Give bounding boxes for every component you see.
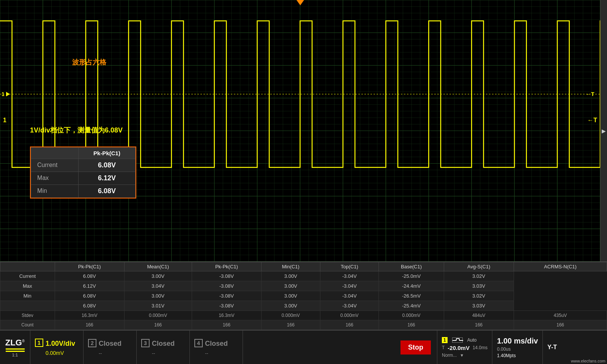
channel-1-value: 1.00V/div (46, 340, 75, 348)
stop-button[interactable]: Stop (400, 340, 431, 355)
stdev-value: 16.3mV (192, 311, 261, 320)
channel-2-sub: -- (99, 350, 102, 356)
cell-value: 3.02V (444, 291, 514, 301)
cell-value: -26.5mV (379, 291, 444, 301)
normal-label: Norm... (442, 353, 457, 358)
scroll-arrow[interactable]: ▶ (602, 128, 606, 134)
cell-value: -3.04V (320, 271, 379, 281)
watermark: www.elecfans.com (571, 359, 605, 363)
waveform-annotation-1: 波形占六格 (72, 58, 106, 67)
count-value: 166 (320, 320, 379, 330)
status-bar: ZLG® 1:1 1 1.00V/div 0.00mV 2 Closed -- (0, 330, 607, 364)
cell-value: -3.04V (320, 301, 379, 311)
cell-value: 3.00V (124, 271, 192, 281)
cell-value: -3.04V (320, 291, 379, 301)
waveform-container[interactable]: 1 ←T 波形占六格 1V/div档位下，测量值为6.08V Pk-Pk(C1)… (0, 0, 600, 262)
memory-value: 1.40Mpts (497, 353, 516, 358)
popup-header: Pk-Pk(C1) (78, 147, 135, 159)
cell-value: 3.00V (261, 281, 320, 291)
stdev-value: 484uV (444, 311, 514, 320)
table-row: Min 6.08V 3.00V -3.08V 3.00V -3.04V -26.… (0, 291, 607, 301)
trigger-level-value: -20.0mV (448, 345, 470, 351)
channel-1-block[interactable]: 1 1.00V/div 0.00mV (30, 331, 84, 364)
cell-value: -3.08V (192, 291, 261, 301)
channel-4-block[interactable]: 4 Closed -- (190, 331, 243, 364)
cell-value: 3.03V (444, 301, 514, 311)
count-value: 166 (192, 320, 261, 330)
cell-value: 3.00V (261, 301, 320, 311)
cell-value: -3.08V (192, 281, 261, 291)
cell-value: -24.4mV (379, 281, 444, 291)
cell-value: -25.4mV (379, 301, 444, 311)
channel-1-sub: 0.00mV (46, 350, 64, 356)
measurement-table: Pk-Pk(C1) Mean(C1) Pk-Pk(C1) Min(C1) Top… (0, 262, 607, 330)
col-header-acrms: ACRMS-N(C1) (514, 262, 607, 271)
cell-value: 6.08V (55, 291, 124, 301)
stop-block: Stop (394, 331, 437, 364)
row-label: Current (0, 271, 55, 281)
trigger-channel-badge: 1 (442, 337, 448, 343)
cell-value: -3.08V (192, 271, 261, 281)
col-header-base: Base(C1) (379, 262, 444, 271)
stdev-value: 0.000mV (320, 311, 379, 320)
stdev-value: 0.000mV (124, 311, 192, 320)
col-header-pkpk2: Pk-Pk(C1) (192, 262, 261, 271)
popup-max-value: 6.12V (78, 172, 135, 184)
popup-min-label: Min (31, 184, 79, 197)
cell-value: 3.01V (124, 301, 192, 311)
channel-3-block[interactable]: 3 Closed -- (137, 331, 190, 364)
cell-value: -3.08V (192, 301, 261, 311)
logo-area: ZLG® 1:1 (0, 331, 30, 364)
trigger-level-label: T (442, 345, 445, 350)
col-header-avgs: Avg-S(C1) (444, 262, 514, 271)
logo-line-bottom (6, 351, 25, 352)
table-row: 6.08V 3.01V -3.08V 3.00V -3.04V -25.4mV … (0, 301, 607, 311)
stdev-row: Stdev 16.3mV 0.000mV 16.3mV 0.000mV 0.00… (0, 311, 607, 320)
oscilloscope-display: 1 ←T 波形占六格 1V/div档位下，测量值为6.08V Pk-Pk(C1)… (0, 0, 607, 262)
row-label: Min (0, 291, 55, 301)
cell-value: 3.03V (444, 281, 514, 291)
popup-current-label: Current (31, 159, 79, 172)
stdev-value: 0.000mV (261, 311, 320, 320)
cell-value: 6.12V (55, 281, 124, 291)
count-row: Count 166 166 166 166 166 166 166 166 (0, 320, 607, 330)
trigger-settings: 1 Auto T -20.0mV 14.0ms Norm... ▼ (437, 331, 492, 364)
channel-1-number: 1 (35, 339, 43, 347)
count-value: 166 (379, 320, 444, 330)
yt-mode-label: Y-T (542, 331, 561, 364)
channel-1-label: 1 (3, 117, 6, 124)
channel-2-value: Closed (99, 340, 121, 348)
col-header-empty (0, 262, 55, 271)
count-value: 166 (124, 320, 192, 330)
count-value: 166 (55, 320, 124, 330)
right-panel[interactable]: ▶ (600, 0, 607, 262)
auto-label: Auto (467, 337, 477, 343)
table-row: Current 6.08V 3.00V -3.08V 3.00V -3.04V … (0, 271, 607, 281)
channel-4-number: 4 (194, 339, 203, 347)
popup-max-label: Max (31, 172, 79, 184)
stdev-value: 0.000mV (379, 311, 444, 320)
channel-3-value: Closed (152, 340, 175, 348)
row-label: Max (0, 281, 55, 291)
col-header-mean: Mean(C1) (124, 262, 192, 271)
cell-value: 3.00V (261, 291, 320, 301)
channel-2-block[interactable]: 2 Closed -- (84, 331, 137, 364)
delay-value: 0.00us (497, 347, 511, 352)
popup-min-value: 6.08V (78, 184, 135, 197)
timebase-value: 1.00 ms/div (497, 337, 538, 345)
timebase-settings: 1.00 ms/div 0.00us 1.40Mpts (492, 331, 542, 364)
stdev-label: Stdev (0, 311, 55, 320)
stdev-value: 435uV (514, 311, 607, 320)
col-header-top: Top(C1) (320, 262, 379, 271)
logo-text: ZLG® (5, 338, 25, 347)
col-header-min: Min(C1) (261, 262, 320, 271)
cell-value: 6.08V (55, 301, 124, 311)
waveform-annotation-2: 1V/div档位下，测量值为6.08V (30, 126, 123, 135)
cell-value: 3.04V (124, 281, 192, 291)
cell-value: -25.0mV (379, 271, 444, 281)
count-value: 166 (261, 320, 320, 330)
logo: ZLG® (5, 338, 25, 348)
trigger-time-value: 14.0ms (473, 345, 487, 350)
trigger-icon (452, 338, 463, 343)
channel-4-value: Closed (205, 340, 228, 348)
